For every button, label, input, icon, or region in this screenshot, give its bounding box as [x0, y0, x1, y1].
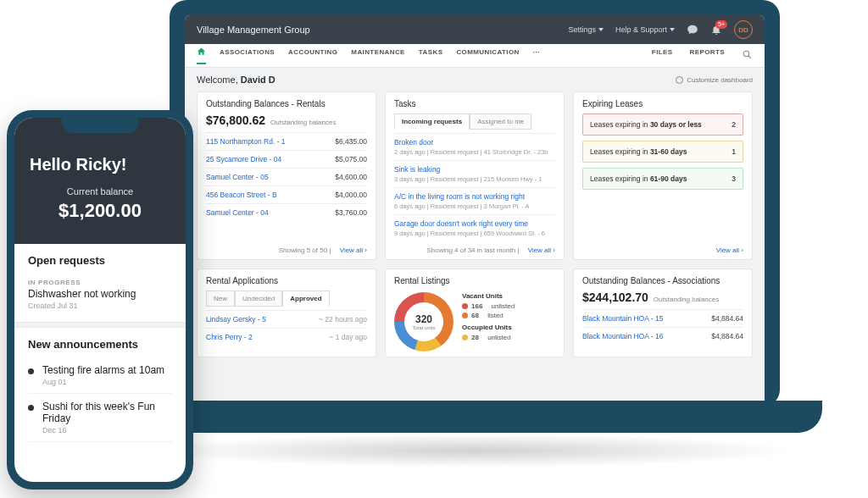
balance-row[interactable]: 456 Beacon Street - B$4,000.00: [206, 185, 367, 203]
task-row[interactable]: Broken door2 days ago | Resident request…: [394, 133, 555, 160]
task-row[interactable]: Garage door doesn't work right every tim…: [394, 214, 555, 241]
nav-communication[interactable]: COMMUNICATION: [456, 48, 519, 63]
tab-incoming-requests[interactable]: Incoming requests: [394, 113, 470, 130]
gear-icon: [676, 76, 683, 84]
task-row[interactable]: Sink is leaking3 days ago | Resident req…: [394, 160, 555, 187]
nav-home-icon[interactable]: [197, 47, 206, 64]
phone-header: Hello Ricky! Current balance $1,200.00: [14, 118, 186, 244]
settings-menu[interactable]: Settings: [568, 25, 604, 34]
status-badge: IN PROGRESS: [28, 279, 172, 286]
card-title: Tasks: [394, 99, 555, 108]
section-title: New announcements: [28, 338, 172, 351]
view-all-link[interactable]: View all ›: [716, 246, 743, 254]
org-title: Village Management Group: [197, 25, 556, 35]
nav-reports[interactable]: REPORTS: [690, 48, 725, 63]
card-title: Rental Applications: [206, 276, 367, 285]
announcements-section: New announcements Testing fire alarms at…: [14, 328, 186, 445]
search-icon[interactable]: [742, 49, 753, 62]
balance-row[interactable]: 115 Northampton Rd. - 1$6,435.00: [206, 132, 367, 150]
balances-amount: $244,102.70Outstanding balances: [582, 290, 743, 304]
task-row[interactable]: A/C in the living room is not working ri…: [394, 187, 555, 214]
dashboard-grid: Outstanding Balances - Rentals $76,800.6…: [185, 91, 765, 407]
main-nav: ASSOCIATIONS ACCOUNTING MAINTENANCE TASK…: [185, 44, 765, 68]
greeting: Hello Ricky!: [30, 155, 170, 174]
application-row[interactable]: Lindsay Gersky - 5~ 22 hours ago: [206, 310, 367, 328]
chat-icon[interactable]: [687, 24, 698, 36]
card-outstanding-balances-associations: Outstanding Balances - Associations $244…: [573, 268, 753, 357]
card-outstanding-balances-rentals: Outstanding Balances - Rentals $76,800.6…: [197, 91, 376, 260]
nav-maintenance[interactable]: MAINTENANCE: [351, 48, 405, 63]
card-tasks: Tasks Incoming requests Assigned to me B…: [385, 91, 565, 260]
balances-amount: $76,800.62Outstanding balances: [206, 113, 367, 127]
announcement-item[interactable]: Testing fire alarms at 10amAug 01: [28, 357, 172, 394]
header-icons: 5+ DD: [687, 20, 753, 39]
nav-files[interactable]: FILES: [652, 48, 673, 63]
balance-row[interactable]: 25 Sycamore Drive - 04$5,075.00: [206, 150, 367, 168]
tab-new[interactable]: New: [206, 290, 235, 307]
svg-point-0: [743, 51, 749, 56]
divider: [14, 322, 186, 328]
balance-row[interactable]: Samuel Center - 04$3,760.00: [206, 203, 367, 221]
view-all-link[interactable]: View all ›: [340, 246, 367, 254]
help-support-menu[interactable]: Help & Support: [615, 25, 675, 34]
phone-screen: Hello Ricky! Current balance $1,200.00 O…: [14, 118, 186, 482]
laptop-screen: Village Management Group Settings Help &…: [185, 15, 765, 407]
svg-line-1: [748, 56, 751, 58]
nav-associations[interactable]: ASSOCIATIONS: [220, 48, 275, 63]
card-title: Outstanding Balances - Rentals: [206, 99, 367, 108]
open-requests-section: Open requests IN PROGRESS Dishwasher not…: [14, 244, 186, 322]
welcome-row: Welcome, David D Customize dashboard: [185, 68, 765, 91]
listings-donut-chart: 320Total units: [394, 292, 453, 351]
chevron-down-icon: [598, 28, 604, 31]
balance-row[interactable]: Black Mountain HOA - 16$4,884.64: [582, 327, 743, 345]
avatar[interactable]: DD: [734, 20, 753, 39]
lease-row-90-days[interactable]: Leases expiring in 61-90 days3: [582, 168, 743, 190]
view-all-link[interactable]: View all ›: [528, 246, 555, 254]
bullet-icon: [28, 405, 34, 411]
chevron-down-icon: [670, 28, 675, 31]
announcement-item[interactable]: Sushi for this week's Fun FridayDec 16: [28, 394, 172, 442]
laptop-base: [127, 401, 822, 433]
phone-frame: Hello Ricky! Current balance $1,200.00 O…: [7, 110, 193, 490]
card-rental-applications: Rental Applications New Undecided Approv…: [197, 268, 376, 357]
phone-notch: [62, 118, 138, 133]
app-header: Village Management Group Settings Help &…: [185, 15, 765, 44]
balance-label: Current balance: [30, 186, 170, 196]
application-row[interactable]: Chris Perry - 2~ 1 day ago: [206, 328, 367, 346]
bullet-icon: [28, 368, 34, 374]
card-rental-listings: Rental Listings 320Total units Vacant Un…: [385, 268, 565, 357]
customize-dashboard-button[interactable]: Customize dashboard: [676, 76, 753, 84]
lease-row-60-days[interactable]: Leases expiring in 31-60 days1: [582, 141, 743, 163]
balance-row[interactable]: Black Mountain HOA - 15$4,884.64: [582, 309, 743, 327]
notification-badge: 5+: [715, 20, 727, 29]
laptop-frame: Village Management Group Settings Help &…: [170, 0, 780, 407]
card-title: Rental Listings: [394, 276, 555, 285]
nav-accounting[interactable]: ACCOUNTING: [288, 48, 337, 63]
welcome-text: Welcome, David D: [197, 75, 275, 85]
card-title: Outstanding Balances - Associations: [582, 276, 743, 285]
tab-assigned-to-me[interactable]: Assigned to me: [470, 113, 531, 130]
listings-legend: Vacant Units 166 unlisted 68 listed Occu…: [462, 292, 515, 341]
section-title: Open requests: [28, 254, 172, 267]
request-item[interactable]: IN PROGRESS Dishwasher not working Creat…: [28, 274, 172, 318]
card-title: Expiring Leases: [582, 99, 743, 108]
nav-more[interactable]: ···: [533, 48, 540, 63]
balance-row[interactable]: Samuel Center - 05$4,600.00: [206, 168, 367, 185]
card-expiring-leases: Expiring Leases Leases expiring in 30 da…: [573, 91, 753, 260]
balance-amount: $1,200.00: [30, 200, 170, 222]
tab-undecided[interactable]: Undecided: [235, 290, 282, 307]
tab-approved[interactable]: Approved: [282, 290, 329, 307]
lease-row-30-days[interactable]: Leases expiring in 30 days or less2: [582, 113, 743, 136]
notifications-icon[interactable]: 5+: [710, 24, 722, 36]
nav-tasks[interactable]: TASKS: [419, 48, 443, 63]
